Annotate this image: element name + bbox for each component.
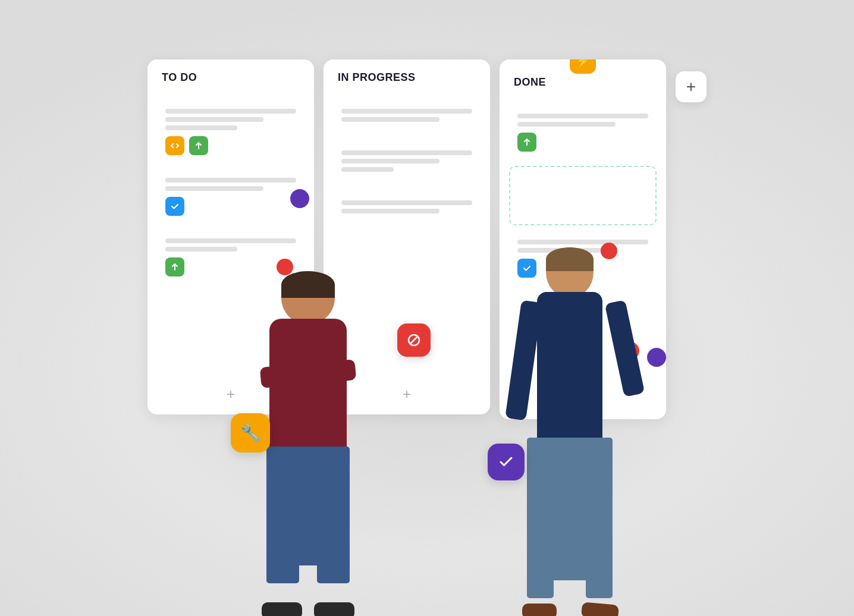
column-todo-title: TO DO — [162, 71, 197, 83]
card-line — [517, 122, 616, 127]
inprogress-card-3 — [333, 192, 481, 228]
column-done: ⚡ DONE — [500, 59, 666, 419]
card-line — [517, 114, 648, 118]
inprogress-card-1 — [333, 100, 481, 136]
card-line — [341, 209, 439, 213]
code-icon-badge — [165, 136, 184, 155]
card-line — [165, 117, 263, 122]
upload-icon-badge-2 — [165, 257, 184, 276]
card-line — [341, 200, 472, 205]
todo-card-1 — [157, 100, 304, 164]
column-todo-header: TO DO — [147, 59, 314, 93]
card-line — [165, 238, 296, 243]
card-lines — [165, 238, 296, 252]
done-card-1 — [509, 105, 657, 160]
card-line — [341, 167, 394, 172]
add-column-button[interactable]: + — [676, 71, 707, 102]
svg-line-1 — [410, 336, 418, 344]
card-lines — [165, 109, 296, 130]
dot-red-2 — [290, 345, 306, 362]
card-lines — [341, 150, 472, 172]
dot-purple-2 — [647, 348, 666, 367]
dot-red-1 — [277, 259, 293, 275]
purple-check-float-icon — [488, 444, 525, 480]
upload-done-badge — [517, 133, 536, 152]
column-todo-body — [147, 93, 314, 379]
todo-card-3 — [157, 230, 304, 285]
upload-icon-badge — [189, 136, 208, 155]
card-line — [165, 109, 296, 114]
card-line — [517, 240, 648, 244]
lightning-badge: ⚡ — [570, 59, 596, 74]
done-dashed-placeholder — [509, 166, 657, 225]
done-header-wrap: ⚡ DONE — [500, 59, 666, 98]
card-lines — [517, 114, 648, 127]
todo-card-2 — [157, 169, 304, 224]
column-inprogress: IN PROGRESS — [324, 59, 490, 414]
column-inprogress-title: IN PROGRESS — [338, 71, 416, 83]
card-line — [341, 109, 472, 114]
inprogress-add-button[interactable]: + — [324, 379, 490, 414]
done-card-2 — [509, 231, 657, 286]
check-icon-badge — [165, 197, 184, 216]
column-todo: TO DO — [147, 59, 314, 414]
card-lines — [165, 178, 296, 191]
dot-purple-1 — [290, 189, 309, 208]
card-lines — [517, 240, 648, 253]
card-line — [341, 150, 472, 155]
card-line — [165, 125, 237, 130]
wrench-float-icon: 🔧 — [231, 413, 270, 452]
card-line — [341, 159, 439, 164]
kanban-board: TO DO — [147, 59, 707, 419]
check-done-badge — [517, 259, 536, 278]
dot-red-4 — [621, 342, 639, 360]
card-line — [165, 186, 263, 191]
inprogress-card-2 — [333, 142, 481, 186]
column-done-body — [500, 98, 666, 384]
column-done-title: DONE — [514, 76, 546, 88]
done-add-button[interactable]: + — [500, 384, 666, 419]
card-line — [165, 247, 237, 252]
cancel-float-icon — [397, 323, 431, 357]
card-line — [341, 117, 439, 122]
card-line — [165, 178, 296, 183]
dot-red-3 — [601, 243, 617, 259]
card-lines — [341, 200, 472, 213]
todo-add-button[interactable]: + — [147, 379, 314, 414]
card-lines — [341, 109, 472, 122]
column-inprogress-header: IN PROGRESS — [324, 59, 490, 93]
